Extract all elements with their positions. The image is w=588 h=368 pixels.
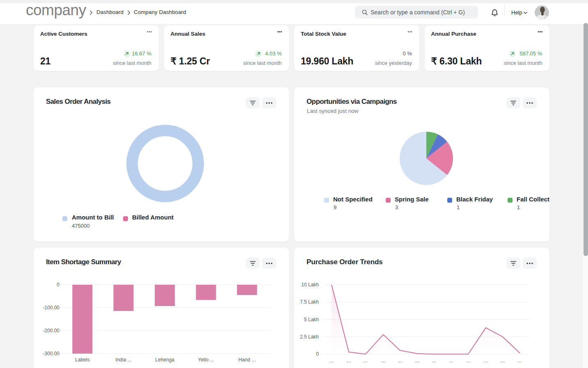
svg-text:...: ... [484, 358, 488, 363]
svg-text:Yello ...: Yello ... [198, 357, 214, 363]
svg-text:Hand ...: Hand ... [238, 357, 256, 363]
svg-text:5 Lakh: 5 Lakh [304, 317, 319, 322]
svg-text:10 Lakh: 10 Lakh [301, 282, 319, 288]
svg-text:2.5 Lakh: 2.5 Lakh [300, 334, 319, 340]
svg-text:Lehenga: Lehenga [155, 357, 174, 363]
svg-text:...: ... [518, 358, 522, 363]
svg-text:0: 0 [57, 282, 59, 288]
svg-text:...: ... [415, 358, 419, 363]
svg-text:-200.00: -200.00 [43, 328, 59, 334]
svg-text:...: ... [449, 358, 453, 363]
svg-text:...: ... [329, 358, 334, 363]
svg-text:...: ... [347, 358, 351, 363]
svg-text:0: 0 [316, 351, 319, 357]
svg-text:-100.00: -100.00 [43, 305, 59, 311]
svg-text:Labels: Labels [75, 357, 89, 363]
svg-text:India ...: India ... [115, 357, 131, 363]
svg-text:...: ... [466, 358, 470, 363]
svg-text:...: ... [501, 358, 505, 363]
svg-text:7.5 Lakh: 7.5 Lakh [300, 299, 319, 305]
svg-text:...: ... [381, 358, 385, 363]
svg-text:...: ... [432, 358, 436, 363]
svg-text:...: ... [398, 358, 402, 363]
svg-text:...: ... [364, 358, 368, 363]
svg-text:-300.00: -300.00 [43, 351, 59, 357]
